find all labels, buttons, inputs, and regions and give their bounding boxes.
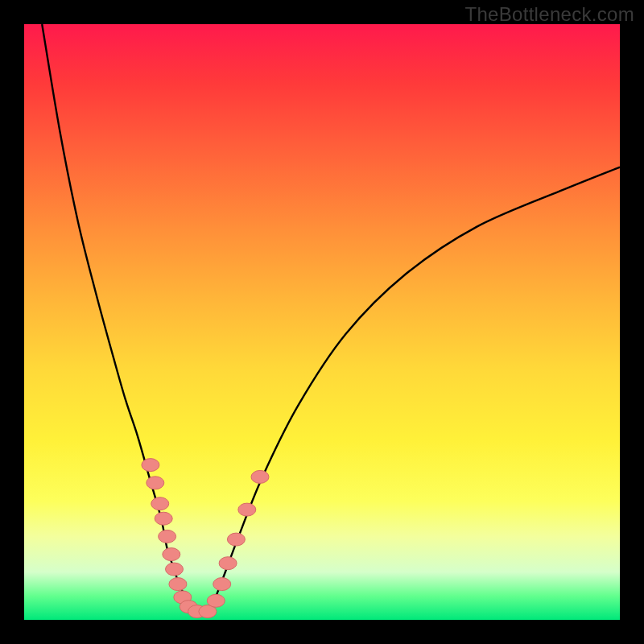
curves-svg	[24, 24, 620, 620]
data-marker	[151, 497, 169, 510]
data-marker	[188, 605, 206, 618]
data-marker	[147, 477, 164, 489]
data-marker	[199, 605, 217, 618]
data-marker	[251, 470, 269, 483]
data-marker	[180, 601, 197, 613]
data-marker	[169, 578, 187, 591]
plot-area	[24, 24, 620, 620]
curve-group	[42, 24, 620, 614]
data-marker	[159, 530, 176, 543]
data-marker	[166, 563, 184, 576]
data-marker	[238, 503, 256, 516]
data-marker	[207, 594, 225, 607]
chart-stage: TheBottleneck.com	[0, 0, 644, 644]
data-marker	[227, 533, 245, 546]
marker-group	[142, 459, 269, 618]
data-marker	[155, 512, 172, 525]
data-marker	[174, 591, 192, 604]
data-marker	[163, 548, 180, 561]
data-marker	[219, 557, 237, 570]
watermark-text: TheBottleneck.com	[464, 3, 634, 26]
curve-left	[42, 24, 196, 614]
data-marker	[213, 578, 231, 591]
data-marker	[142, 459, 159, 472]
curve-right	[208, 167, 620, 614]
